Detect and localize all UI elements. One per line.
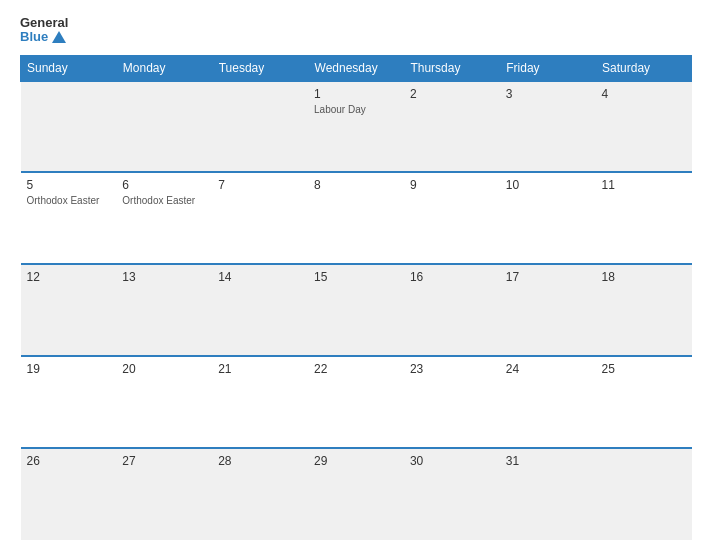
calendar-day-cell <box>212 81 308 173</box>
calendar-day-cell: 6Orthodox Easter <box>116 172 212 264</box>
day-number: 2 <box>410 87 494 101</box>
day-number: 29 <box>314 454 398 468</box>
logo: General Blue <box>20 16 68 45</box>
day-number: 10 <box>506 178 590 192</box>
calendar-week-row: 262728293031 <box>21 448 692 540</box>
day-number: 9 <box>410 178 494 192</box>
logo-text-general: General <box>20 16 68 30</box>
calendar-day-cell: 22 <box>308 356 404 448</box>
event-label: Orthodox Easter <box>27 194 111 207</box>
calendar-day-cell: 26 <box>21 448 117 540</box>
calendar-day-cell: 8 <box>308 172 404 264</box>
day-number: 24 <box>506 362 590 376</box>
calendar-week-row: 19202122232425 <box>21 356 692 448</box>
day-number: 15 <box>314 270 398 284</box>
event-label: Orthodox Easter <box>122 194 206 207</box>
weekday-header-cell: Saturday <box>596 55 692 81</box>
calendar-day-cell: 15 <box>308 264 404 356</box>
weekday-header-row: SundayMondayTuesdayWednesdayThursdayFrid… <box>21 55 692 81</box>
weekday-header-cell: Monday <box>116 55 212 81</box>
header: General Blue <box>20 16 692 45</box>
calendar-table: SundayMondayTuesdayWednesdayThursdayFrid… <box>20 55 692 540</box>
day-number: 19 <box>27 362 111 376</box>
calendar-day-cell: 21 <box>212 356 308 448</box>
day-number: 25 <box>602 362 686 376</box>
weekday-header-cell: Thursday <box>404 55 500 81</box>
day-number: 6 <box>122 178 206 192</box>
calendar-day-cell: 14 <box>212 264 308 356</box>
day-number: 7 <box>218 178 302 192</box>
day-number: 27 <box>122 454 206 468</box>
calendar-day-cell: 17 <box>500 264 596 356</box>
day-number: 5 <box>27 178 111 192</box>
day-number: 17 <box>506 270 590 284</box>
calendar-day-cell: 18 <box>596 264 692 356</box>
day-number: 14 <box>218 270 302 284</box>
event-label: Labour Day <box>314 103 398 116</box>
calendar-day-cell: 27 <box>116 448 212 540</box>
day-number: 4 <box>602 87 686 101</box>
calendar-day-cell: 12 <box>21 264 117 356</box>
day-number: 18 <box>602 270 686 284</box>
weekday-header-cell: Tuesday <box>212 55 308 81</box>
calendar-week-row: 12131415161718 <box>21 264 692 356</box>
weekday-header-cell: Friday <box>500 55 596 81</box>
weekday-header-cell: Wednesday <box>308 55 404 81</box>
calendar-day-cell: 16 <box>404 264 500 356</box>
calendar-day-cell: 3 <box>500 81 596 173</box>
day-number: 3 <box>506 87 590 101</box>
calendar-day-cell: 28 <box>212 448 308 540</box>
calendar-day-cell <box>21 81 117 173</box>
day-number: 11 <box>602 178 686 192</box>
calendar-day-cell: 1Labour Day <box>308 81 404 173</box>
weekday-header-cell: Sunday <box>21 55 117 81</box>
calendar-day-cell: 25 <box>596 356 692 448</box>
day-number: 31 <box>506 454 590 468</box>
calendar-day-cell: 5Orthodox Easter <box>21 172 117 264</box>
calendar-week-row: 5Orthodox Easter6Orthodox Easter7891011 <box>21 172 692 264</box>
calendar-day-cell: 13 <box>116 264 212 356</box>
calendar-day-cell: 29 <box>308 448 404 540</box>
calendar-day-cell: 7 <box>212 172 308 264</box>
calendar-day-cell: 4 <box>596 81 692 173</box>
calendar-day-cell: 31 <box>500 448 596 540</box>
day-number: 28 <box>218 454 302 468</box>
day-number: 12 <box>27 270 111 284</box>
day-number: 30 <box>410 454 494 468</box>
calendar-day-cell: 2 <box>404 81 500 173</box>
day-number: 13 <box>122 270 206 284</box>
calendar-day-cell: 20 <box>116 356 212 448</box>
day-number: 23 <box>410 362 494 376</box>
day-number: 22 <box>314 362 398 376</box>
calendar-week-row: 1Labour Day234 <box>21 81 692 173</box>
page: General Blue SundayMondayTuesdayWednesda… <box>0 0 712 550</box>
day-number: 8 <box>314 178 398 192</box>
calendar-day-cell <box>596 448 692 540</box>
calendar-day-cell: 30 <box>404 448 500 540</box>
calendar-day-cell: 23 <box>404 356 500 448</box>
calendar-day-cell: 11 <box>596 172 692 264</box>
calendar-body: 1Labour Day2345Orthodox Easter6Orthodox … <box>21 81 692 540</box>
day-number: 1 <box>314 87 398 101</box>
calendar-day-cell: 24 <box>500 356 596 448</box>
calendar-day-cell: 9 <box>404 172 500 264</box>
logo-text-blue: Blue <box>20 30 48 44</box>
day-number: 20 <box>122 362 206 376</box>
day-number: 21 <box>218 362 302 376</box>
calendar-day-cell <box>116 81 212 173</box>
calendar-day-cell: 19 <box>21 356 117 448</box>
calendar-day-cell: 10 <box>500 172 596 264</box>
day-number: 16 <box>410 270 494 284</box>
day-number: 26 <box>27 454 111 468</box>
